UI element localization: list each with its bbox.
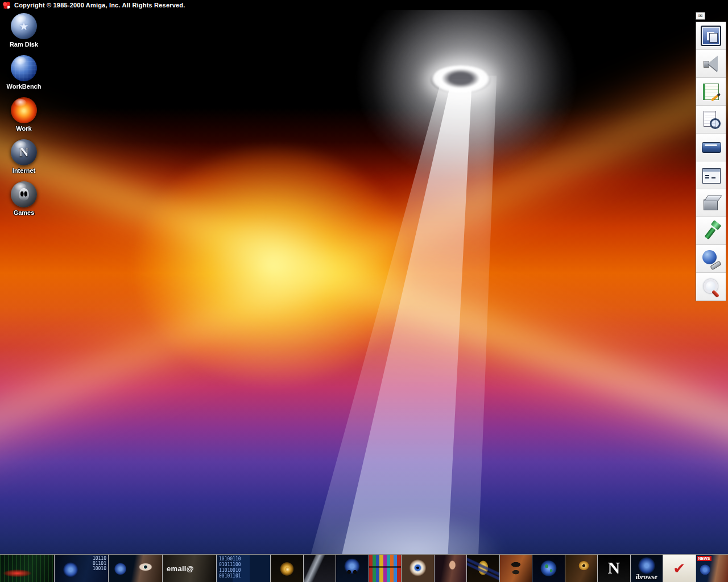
desktop-icon-games[interactable]: Games (11, 181, 37, 216)
dock-button-box[interactable] (696, 189, 726, 217)
dock-item-earth-binoculars[interactable] (336, 555, 369, 582)
ramdisk-glyph: ★ (19, 20, 28, 32)
dock-item-text: NEWS (697, 556, 712, 561)
dock-item-text: 10110 01101 10010 (93, 556, 106, 571)
internet-glyph: N (19, 145, 29, 160)
dock-item-binary-code[interactable]: 10100110 01011100 11010010 00101101 (216, 555, 270, 582)
dock-button-notepad[interactable] (696, 78, 726, 106)
dock-item-earth-globe[interactable] (532, 555, 565, 582)
desktop: ★Ram DiskWorkBenchWorkNInternetGames ✉ 1… (0, 10, 728, 582)
desktop-icon-label: Games (14, 209, 35, 216)
ramdisk-sphere-icon: ★ (11, 13, 37, 39)
light-beam (318, 74, 489, 582)
dock-item-text: ✔ (673, 560, 685, 577)
dock-item-gramophone[interactable] (565, 555, 598, 582)
dock-item-text: ibrowse (636, 573, 657, 581)
envelope-icon[interactable]: ✉ (696, 12, 705, 20)
screen-title: Copyright © 1985-2000 Amiga, Inc. All Ri… (14, 2, 185, 9)
desktop-icon-ramdisk[interactable]: ★Ram Disk (10, 13, 38, 48)
dock-item-email[interactable]: email@ (162, 555, 216, 582)
dock-item-eye-peephole[interactable] (401, 555, 434, 582)
desktop-icon-work[interactable]: Work (11, 97, 37, 132)
games-sphere-icon (11, 181, 37, 207)
globe-tools-icon (701, 248, 721, 269)
workbench-sphere-icon (11, 55, 37, 81)
dock-button-shell[interactable] (696, 161, 726, 189)
dock-item-pharaoh-mask[interactable] (466, 555, 499, 582)
desktop-icon-label: WorkBench (7, 83, 42, 90)
workbench-screen: Copyright © 1985-2000 Amiga, Inc. All Ri… (0, 0, 728, 582)
alien-face-icon (19, 188, 29, 201)
dock-button-scanner[interactable] (696, 134, 726, 161)
speaker-icon (701, 53, 721, 74)
dock-button-magnifier[interactable] (696, 273, 726, 301)
dock-item-earth-eye[interactable] (108, 555, 162, 582)
dock-button-monitor[interactable] (696, 22, 726, 50)
right-dock: ✉ (696, 12, 726, 301)
wallpaper-light-ray (0, 10, 728, 566)
dock-item-text: N (607, 558, 620, 577)
ufo-glow (318, 10, 614, 215)
dock-item-flashlight[interactable] (303, 555, 336, 582)
dock-item-netscape[interactable]: N (597, 555, 630, 582)
bottom-dock: 10110 01101 10010email@10100110 01011100… (0, 554, 728, 582)
dock-item-ibrowse[interactable]: ibrowse (630, 555, 663, 582)
dock-item-agent-woman[interactable] (434, 555, 467, 582)
wallpaper-gradient (0, 10, 728, 582)
dock-item-earth-binary[interactable]: 10110 01101 10010 (54, 555, 108, 582)
desktop-icons: ★Ram DiskWorkBenchWorkNInternetGames (3, 13, 45, 216)
dock-item-vintage-telephone[interactable] (499, 555, 532, 582)
right-dock-body (696, 22, 726, 301)
desktop-icon-label: Work (16, 125, 31, 132)
desktop-icon-workbench[interactable]: WorkBench (7, 55, 42, 90)
dock-button-globetools[interactable] (696, 245, 726, 273)
dock-button-magdoc[interactable] (696, 106, 726, 134)
internet-sphere-icon: N (11, 139, 37, 165)
storage-box-icon (701, 193, 721, 213)
wallpaper-hotspot (91, 107, 455, 425)
desktop-icon-label: Internet (13, 167, 35, 174)
scanner-icon (701, 137, 721, 157)
dock-item-circuit-laser[interactable] (0, 555, 54, 582)
dock-item-red-check[interactable]: ✔ (663, 555, 696, 582)
dock-button-speaker[interactable] (696, 50, 726, 78)
flashlight-icon (701, 221, 721, 241)
ufo-ring (431, 65, 491, 94)
work-sphere-icon (11, 97, 37, 123)
dock-button-flashlight[interactable] (696, 217, 726, 245)
dock-item-nautilus-shell[interactable] (270, 555, 303, 582)
dock-item-text: 10100110 01011100 11010010 00101101 (219, 556, 241, 579)
dock-item-text: email@ (167, 564, 194, 573)
screen-titlebar: Copyright © 1985-2000 Amiga, Inc. All Ri… (0, 0, 728, 10)
magnifier-icon (701, 277, 721, 297)
shell-window-icon (701, 165, 721, 185)
light-beam-outer (307, 76, 500, 582)
desktop-icon-internet[interactable]: NInternet (11, 139, 37, 174)
wallpaper-light-ray (0, 10, 728, 535)
dock-item-media-shelf[interactable] (369, 555, 402, 582)
workbench-screen-icon (701, 26, 721, 46)
amiga-logo-icon (3, 2, 10, 9)
dock-item-newscaster[interactable]: NEWS (696, 555, 728, 582)
desktop-icon-label: Ram Disk (10, 41, 38, 48)
notepad-icon (701, 81, 721, 102)
document-magnifier-icon (701, 109, 721, 130)
